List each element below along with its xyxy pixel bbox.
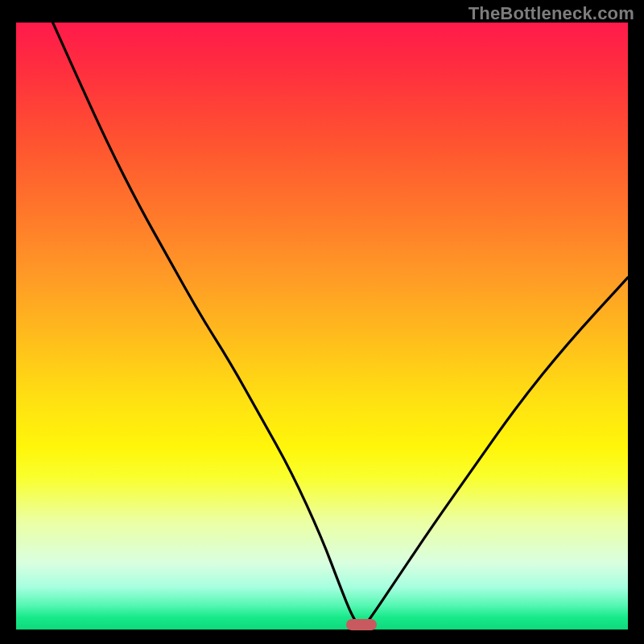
chart-container: TheBottleneck.com [0, 0, 644, 644]
bottleneck-curve-path [53, 23, 628, 626]
curve-svg [16, 23, 628, 630]
plot-area [16, 23, 628, 630]
attribution-text: TheBottleneck.com [469, 3, 634, 24]
minimum-marker [346, 619, 377, 630]
